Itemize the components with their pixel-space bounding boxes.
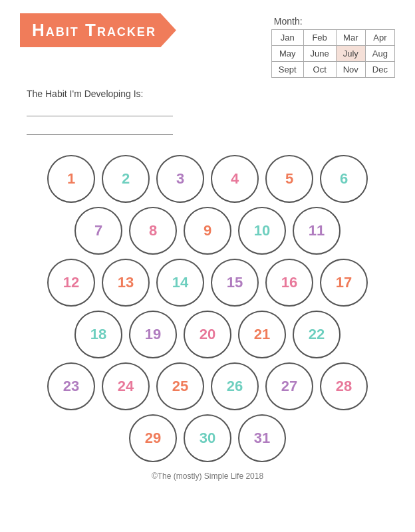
month-table: JanFebMarAprMayJuneJulyAugSeptOctNovDec xyxy=(271,29,395,78)
day-circle-5[interactable]: 5 xyxy=(265,155,313,203)
day-circle-13[interactable]: 13 xyxy=(102,259,150,307)
habit-label: The Habit I'm Developing Is: xyxy=(27,88,200,99)
month-cell-mar[interactable]: Mar xyxy=(336,30,365,46)
month-cell-june[interactable]: June xyxy=(303,46,336,62)
day-circle-7[interactable]: 7 xyxy=(74,207,122,255)
day-circle-28[interactable]: 28 xyxy=(320,362,368,410)
month-cell-aug[interactable]: Aug xyxy=(365,46,394,62)
title-banner: Habit Tracker xyxy=(20,13,176,47)
day-circle-20[interactable]: 20 xyxy=(184,311,231,358)
day-circle-21[interactable]: 21 xyxy=(238,311,286,358)
month-cell-may[interactable]: May xyxy=(271,46,303,62)
day-circle-31[interactable]: 31 xyxy=(238,414,286,462)
day-circle-24[interactable]: 24 xyxy=(102,362,150,410)
month-cell-nov[interactable]: Nov xyxy=(336,62,365,78)
circle-row-5: 232425262728 xyxy=(47,362,368,410)
day-circle-26[interactable]: 26 xyxy=(211,362,259,410)
day-circle-10[interactable]: 10 xyxy=(238,207,286,255)
habit-input-line-2[interactable] xyxy=(27,123,173,135)
day-circle-3[interactable]: 3 xyxy=(156,155,204,203)
circle-row-1: 123456 xyxy=(47,155,368,203)
circle-row-4: 1819202122 xyxy=(74,311,341,358)
day-circle-30[interactable]: 30 xyxy=(184,414,231,462)
day-circle-25[interactable]: 25 xyxy=(156,362,204,410)
day-circle-15[interactable]: 15 xyxy=(211,259,259,307)
footer: ©The (mostly) Simple Life 2018 xyxy=(20,471,395,481)
day-circle-22[interactable]: 22 xyxy=(293,311,341,358)
month-cell-sept[interactable]: Sept xyxy=(271,62,303,78)
month-cell-oct[interactable]: Oct xyxy=(303,62,336,78)
circle-row-2: 7891011 xyxy=(74,207,341,255)
page-title: Habit Tracker xyxy=(32,20,156,40)
day-circle-16[interactable]: 16 xyxy=(265,259,313,307)
day-circle-9[interactable]: 9 xyxy=(184,207,231,255)
circles-area: 1234567891011121314151617181920212223242… xyxy=(20,155,395,462)
day-circle-29[interactable]: 29 xyxy=(129,414,177,462)
day-circle-8[interactable]: 8 xyxy=(129,207,177,255)
day-circle-27[interactable]: 27 xyxy=(265,362,313,410)
circle-row-6: 293031 xyxy=(129,414,286,462)
month-cell-july[interactable]: July xyxy=(336,46,365,62)
day-circle-1[interactable]: 1 xyxy=(47,155,95,203)
month-label: Month: xyxy=(274,16,303,27)
day-circle-23[interactable]: 23 xyxy=(47,362,95,410)
day-circle-14[interactable]: 14 xyxy=(156,259,204,307)
month-cell-apr[interactable]: Apr xyxy=(365,30,394,46)
footer-text: ©The (mostly) Simple Life 2018 xyxy=(152,471,263,481)
day-circle-11[interactable]: 11 xyxy=(293,207,341,255)
month-cell-feb[interactable]: Feb xyxy=(303,30,336,46)
circle-row-3: 121314151617 xyxy=(47,259,368,307)
habit-input-line[interactable] xyxy=(27,104,173,116)
day-circle-12[interactable]: 12 xyxy=(47,259,95,307)
page: Habit Tracker Month: JanFebMarAprMayJune… xyxy=(0,0,415,532)
month-cell-dec[interactable]: Dec xyxy=(365,62,394,78)
habit-section: The Habit I'm Developing Is: xyxy=(27,88,200,142)
month-cell-jan[interactable]: Jan xyxy=(271,30,303,46)
day-circle-19[interactable]: 19 xyxy=(129,311,177,358)
day-circle-18[interactable]: 18 xyxy=(74,311,122,358)
day-circle-4[interactable]: 4 xyxy=(211,155,259,203)
day-circle-17[interactable]: 17 xyxy=(320,259,368,307)
month-section: Month: JanFebMarAprMayJuneJulyAugSeptOct… xyxy=(271,16,395,78)
day-circle-2[interactable]: 2 xyxy=(102,155,150,203)
day-circle-6[interactable]: 6 xyxy=(320,155,368,203)
header: Habit Tracker Month: JanFebMarAprMayJune… xyxy=(20,13,395,78)
